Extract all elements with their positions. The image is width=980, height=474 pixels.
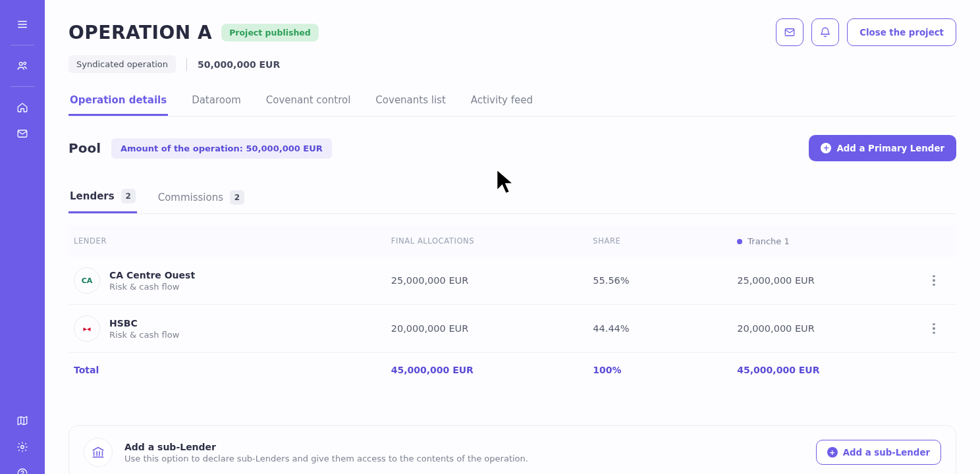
side-navigation (0, 0, 45, 474)
svg-point-1 (24, 62, 26, 65)
add-sub-lender-label: Add a sub-Lender (843, 448, 930, 458)
divider (186, 58, 187, 71)
total-share: 100% (593, 365, 737, 375)
users-icon[interactable] (11, 55, 34, 77)
tab-covenant-control[interactable]: Covenant control (265, 86, 352, 116)
add-sub-lender-button[interactable]: + Add a sub-Lender (816, 440, 941, 465)
sub-lender-title: Add a sub-Lender (124, 442, 528, 452)
lenders-table: LENDER FINAL ALLOCATIONS SHARE Tranche 1… (68, 226, 956, 379)
add-primary-lender-button[interactable]: + Add a Primary Lender (809, 135, 956, 161)
add-primary-lender-label: Add a Primary Lender (836, 144, 944, 153)
row-menu-icon[interactable] (925, 271, 943, 290)
menu-icon[interactable] (11, 13, 34, 36)
table-row: CA CA Centre Ouest Risk & cash flow 25,0… (68, 257, 956, 305)
pool-subtabs: Lenders 2 Commissions 2 (68, 181, 956, 214)
subtab-lenders-label: Lenders (70, 190, 115, 202)
lenders-count-badge: 2 (121, 189, 136, 203)
divider (11, 86, 34, 87)
home-icon[interactable] (11, 96, 34, 118)
tab-activity-feed[interactable]: Activity feed (470, 86, 534, 116)
table-header: LENDER FINAL ALLOCATIONS SHARE Tranche 1 (68, 226, 956, 257)
tab-covenants-list[interactable]: Covenants list (374, 86, 447, 116)
lender-logo: CA (74, 267, 100, 294)
tab-dataroom[interactable]: Dataroom (190, 86, 242, 116)
svg-point-3 (21, 446, 24, 449)
plus-icon: + (827, 447, 838, 458)
subtab-commissions-label: Commissions (158, 192, 223, 203)
svg-point-0 (19, 63, 22, 66)
divider (11, 45, 34, 45)
total-allocation: 45,000,000 EUR (391, 365, 593, 375)
lender-name: HSBC (109, 318, 179, 329)
mail-button[interactable] (776, 18, 803, 46)
close-project-button[interactable]: Close the project (847, 18, 956, 46)
operation-type-tag: Syndicated operation (68, 55, 176, 73)
sub-lender-description: Use this option to declare sub-Lenders a… (124, 454, 528, 463)
tab-operation-details[interactable]: Operation details (68, 86, 168, 116)
table-total-row: Total 45,000,000 EUR 100% 45,000,000 EUR (68, 353, 956, 379)
table-row: ▸◂ HSBC Risk & cash flow 20,000,000 EUR … (68, 305, 956, 353)
subtab-lenders[interactable]: Lenders 2 (68, 181, 137, 213)
tranche-dot-icon (737, 239, 742, 244)
lender-name: CA Centre Ouest (109, 270, 195, 280)
col-final-allocations: FINAL ALLOCATIONS (391, 236, 593, 246)
gear-icon[interactable] (11, 436, 34, 458)
help-icon[interactable] (11, 462, 34, 474)
lender-subtitle: Risk & cash flow (109, 282, 195, 292)
cell-tranche: 20,000,000 EUR (737, 323, 925, 334)
total-tranche: 45,000,000 EUR (737, 365, 925, 375)
main-content: OPERATION A Project published Close the … (45, 0, 980, 474)
lender-logo: ▸◂ (74, 315, 100, 342)
lender-subtitle: Risk & cash flow (109, 330, 179, 340)
cell-share: 44.44% (593, 323, 737, 334)
operation-amount: 50,000,000 EUR (198, 59, 280, 70)
row-menu-icon[interactable] (925, 319, 943, 338)
notification-button[interactable] (811, 18, 839, 46)
col-share: SHARE (593, 236, 737, 246)
map-icon[interactable] (11, 409, 34, 432)
mail-icon[interactable] (11, 122, 34, 145)
subtab-commissions[interactable]: Commissions 2 (157, 181, 246, 213)
tranche-label: Tranche 1 (748, 236, 789, 246)
sub-lender-panel: Add a sub-Lender Use this option to decl… (68, 425, 956, 474)
page-title: OPERATION A (68, 22, 212, 43)
plus-icon: + (821, 143, 831, 153)
cell-allocation: 25,000,000 EUR (391, 275, 593, 286)
pool-heading: Pool (68, 140, 101, 156)
col-lender: LENDER (74, 236, 391, 246)
main-tabs: Operation details Dataroom Covenant cont… (68, 86, 956, 117)
status-badge: Project published (221, 24, 319, 41)
col-tranche: Tranche 1 (737, 236, 925, 246)
pool-amount-chip: Amount of the operation: 50,000,000 EUR (111, 138, 332, 159)
cell-allocation: 20,000,000 EUR (391, 323, 593, 334)
cell-tranche: 25,000,000 EUR (737, 275, 925, 286)
cell-share: 55.56% (593, 275, 737, 286)
commissions-count-badge: 2 (230, 190, 244, 205)
total-label: Total (74, 365, 391, 375)
bank-icon (84, 438, 113, 467)
